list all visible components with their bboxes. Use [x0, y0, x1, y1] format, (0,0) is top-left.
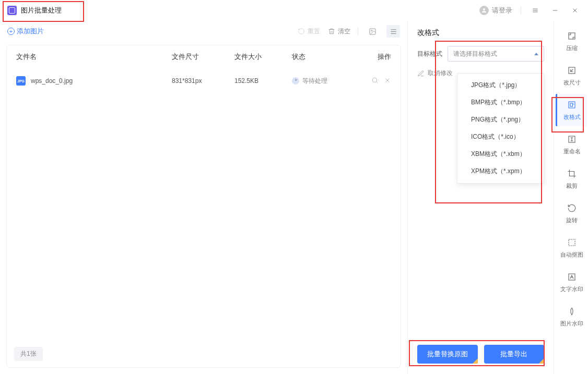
- app-title: 图片批量处理: [21, 6, 62, 15]
- rail-label: 图片水印: [560, 320, 583, 328]
- table-row[interactable]: JPG wps_doc_0.jpg 831*831px 152.5KB 等待处理: [7, 68, 401, 93]
- format-option[interactable]: XPM格式（*.xpm）: [457, 163, 544, 180]
- format-option[interactable]: PNG格式（*.png）: [457, 111, 544, 128]
- rail-label: 文字水印: [560, 285, 583, 293]
- rail-compress[interactable]: 压缩: [556, 25, 587, 57]
- rail-resize[interactable]: 改尺寸: [556, 59, 587, 92]
- th-status: 状态: [292, 52, 355, 62]
- rail-label: 重命名: [563, 148, 581, 155]
- count-chip: 共1张: [14, 347, 43, 361]
- reset-button[interactable]: 重置: [297, 27, 320, 36]
- rotate-icon: [567, 203, 577, 213]
- svg-rect-18: [569, 102, 575, 108]
- settings-panel: 改格式 目标格式 请选择目标格式 取消修改 JPG格式（*.jpg） BMP格式…: [407, 21, 554, 374]
- reformat-icon: [567, 100, 577, 110]
- batch-export-button[interactable]: 批量导出: [484, 345, 545, 364]
- resize-icon: [567, 65, 577, 76]
- rail-label: 自动抠图: [560, 251, 583, 259]
- corner-badge-icon: [539, 358, 544, 364]
- separator: [521, 6, 521, 15]
- format-option[interactable]: BMP格式（*.bmp）: [457, 94, 544, 111]
- rail-label: 改尺寸: [563, 79, 581, 87]
- file-status: 等待处理: [302, 77, 327, 86]
- rail-autocutout[interactable]: 自动抠图: [556, 232, 587, 264]
- avatar-icon: [479, 6, 489, 15]
- select-placeholder: 请选择目标格式: [453, 50, 497, 58]
- close-button[interactable]: [569, 5, 581, 16]
- plus-icon: +: [7, 28, 15, 35]
- clock-icon: [292, 77, 299, 85]
- th-size: 文件大小: [234, 52, 292, 62]
- grid-view-button[interactable]: [366, 25, 379, 38]
- clear-label: 清空: [338, 27, 350, 36]
- cancel-label: 取消修改: [428, 69, 453, 78]
- separator: [358, 27, 358, 35]
- table-header: 文件名 文件尺寸 文件大小 状态 操作: [7, 45, 401, 68]
- reset-label: 重置: [308, 27, 320, 36]
- rail-label: 压缩: [566, 44, 578, 52]
- rail-rename[interactable]: 重命名: [556, 128, 587, 161]
- target-format-select[interactable]: 请选择目标格式: [448, 46, 544, 62]
- format-option[interactable]: XBM格式（*.xbm）: [457, 146, 544, 163]
- jpg-file-icon: JPG: [16, 76, 26, 86]
- format-dropdown: JPG格式（*.jpg） BMP格式（*.bmp） PNG格式（*.png） I…: [457, 73, 544, 184]
- clear-button[interactable]: 清空: [327, 27, 350, 36]
- file-table: 文件名 文件尺寸 文件大小 状态 操作 JPG wps_doc_0.jpg 83…: [6, 45, 401, 368]
- rename-icon: [567, 134, 577, 144]
- th-name: 文件名: [16, 52, 172, 62]
- batch-export-label: 批量导出: [500, 350, 527, 358]
- rail-label: 改格式: [563, 113, 581, 121]
- file-list-pane: + 添加图片 重置 清空 文件名 文件尺寸 文件大小 状态 操作: [0, 21, 407, 374]
- preview-button[interactable]: [371, 77, 379, 86]
- th-dim: 文件尺寸: [172, 52, 234, 62]
- file-dim: 831*831px: [172, 77, 234, 85]
- svg-rect-16: [569, 33, 575, 39]
- rail-label: 裁剪: [566, 182, 578, 190]
- format-option[interactable]: ICO格式（*.ico）: [457, 128, 544, 146]
- file-size: 152.5KB: [234, 77, 292, 85]
- panel-title: 改格式: [417, 28, 544, 38]
- batch-replace-label: 批量替换原图: [427, 350, 468, 358]
- rail-crop[interactable]: 裁剪: [556, 163, 587, 195]
- rail-imgwm[interactable]: 图片水印: [556, 300, 587, 333]
- login-label: 请登录: [492, 6, 512, 15]
- format-option[interactable]: JPG格式（*.jpg）: [457, 77, 544, 94]
- rail-label: 旋转: [566, 216, 578, 224]
- minimize-button[interactable]: [549, 5, 561, 16]
- autocutout-icon: [567, 237, 577, 248]
- rail-textwm[interactable]: 文字水印: [556, 266, 587, 298]
- svg-rect-25: [569, 239, 575, 246]
- rail-rotate[interactable]: 旋转: [556, 197, 587, 230]
- menu-button[interactable]: [530, 5, 541, 16]
- titlebar: 图片批量处理 请登录: [0, 0, 588, 21]
- svg-point-0: [483, 8, 485, 10]
- batch-replace-button[interactable]: 批量替换原图: [417, 345, 478, 364]
- app-logo-icon: [7, 6, 17, 15]
- crop-icon: [567, 168, 577, 179]
- caret-up-icon: [534, 53, 538, 55]
- svg-point-12: [372, 78, 377, 82]
- svg-point-8: [371, 30, 372, 31]
- list-view-button[interactable]: [386, 25, 400, 38]
- remove-row-button[interactable]: [384, 77, 391, 86]
- textwm-icon: [567, 272, 577, 282]
- th-op: 操作: [355, 52, 391, 62]
- trash-icon: [327, 27, 336, 35]
- add-image-label: 添加图片: [17, 27, 44, 36]
- compress-icon: [567, 31, 577, 41]
- svg-line-13: [376, 81, 378, 83]
- target-format-label: 目标格式: [417, 50, 442, 58]
- add-image-button[interactable]: + 添加图片: [7, 27, 44, 36]
- file-name: wps_doc_0.jpg: [31, 77, 73, 85]
- login-button[interactable]: 请登录: [479, 6, 512, 15]
- rail-reformat[interactable]: 改格式: [556, 94, 587, 126]
- reset-icon: [297, 27, 305, 35]
- imgwm-icon: [567, 306, 577, 317]
- tool-rail: 压缩 改尺寸 改格式 重命名 裁剪 旋转 自动抠图 文字水印: [554, 21, 588, 374]
- svg-rect-19: [570, 103, 573, 106]
- corner-badge-icon: [473, 358, 478, 364]
